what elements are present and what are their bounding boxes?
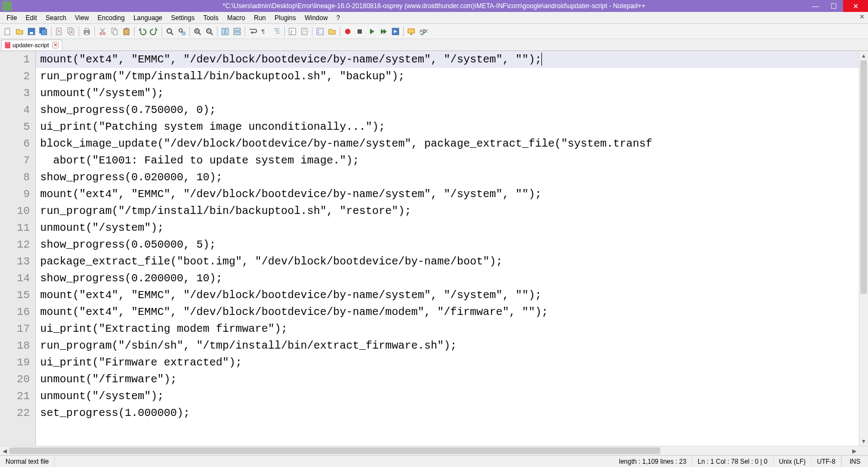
all-chars-icon[interactable]: ¶ — [259, 26, 270, 37]
code-line[interactable]: unmount("/system"); — [36, 388, 859, 405]
horizontal-scrollbar[interactable]: ◀ ▶ — [0, 446, 868, 455]
svg-rect-54 — [358, 29, 362, 34]
window-titlebar: *C:\Users\admin\Desktop\Error\lineage-16… — [0, 0, 868, 12]
menu-macro[interactable]: Macro — [223, 13, 250, 23]
scroll-down-icon[interactable]: ▼ — [859, 437, 868, 446]
menu-search[interactable]: Search — [41, 13, 71, 23]
status-position: Ln : 1 Col : 78 Sel : 0 | 0 — [692, 456, 774, 467]
sync-v-icon[interactable] — [220, 26, 231, 37]
code-line[interactable]: run_program("/sbin/sh", "/tmp/install/bi… — [36, 337, 859, 354]
menu-tools[interactable]: Tools — [199, 13, 223, 23]
line-number: 17 — [0, 320, 30, 337]
menu-language[interactable]: Language — [129, 13, 167, 23]
find-icon[interactable] — [164, 26, 175, 37]
scroll-right-icon[interactable]: ▶ — [850, 446, 859, 455]
open-file-icon[interactable] — [14, 26, 25, 37]
menu-plugins[interactable]: Plugins — [270, 13, 300, 23]
zoom-out-icon[interactable] — [204, 26, 215, 37]
close-window-button[interactable]: ✕ — [843, 0, 868, 12]
record-icon[interactable] — [342, 26, 353, 37]
code-line[interactable]: show_progress(0.200000, 10); — [36, 270, 859, 287]
paste-icon[interactable] — [121, 26, 132, 37]
menu-file[interactable]: File — [2, 13, 21, 23]
menu-view[interactable]: View — [71, 13, 93, 23]
save-all-icon[interactable] — [38, 26, 49, 37]
code-line[interactable]: abort("E1001: Failed to update system im… — [36, 152, 859, 169]
code-editor[interactable]: mount("ext4", "EMMC", "/dev/block/bootde… — [36, 51, 859, 446]
play-icon[interactable] — [366, 26, 377, 37]
replace-icon[interactable] — [176, 26, 187, 37]
stop-icon[interactable] — [354, 26, 365, 37]
print-icon[interactable] — [81, 26, 92, 37]
line-number: 11 — [0, 219, 30, 236]
line-number: 14 — [0, 270, 30, 287]
tab-close-icon[interactable]: ✕ — [52, 42, 59, 48]
vertical-scroll-thumb[interactable] — [860, 60, 867, 294]
line-number: 22 — [0, 405, 30, 421]
horizontal-scroll-track[interactable] — [9, 446, 850, 455]
code-line[interactable]: show_progress(0.050000, 5); — [36, 236, 859, 253]
cut-icon[interactable] — [97, 26, 108, 37]
menu-edit[interactable]: Edit — [21, 13, 41, 23]
scroll-left-icon[interactable]: ◀ — [0, 446, 9, 455]
file-tab-label: updater-script — [12, 42, 49, 48]
copy-icon[interactable] — [109, 26, 120, 37]
menu-window[interactable]: Window — [300, 13, 332, 23]
new-file-icon[interactable] — [2, 26, 13, 37]
status-eol: Unix (LF) — [774, 456, 812, 467]
code-line[interactable]: show_progress(0.020000, 10); — [36, 169, 859, 186]
code-line[interactable]: ui_print("Firmware extracted"); — [36, 354, 859, 371]
code-line[interactable]: unmount("/firmware"); — [36, 371, 859, 388]
minimize-button[interactable]: — — [806, 0, 825, 12]
monitor-icon[interactable] — [406, 26, 417, 37]
menu-settings[interactable]: Settings — [167, 13, 199, 23]
line-number: 15 — [0, 287, 30, 304]
menu-run[interactable]: Run — [250, 13, 270, 23]
code-line[interactable]: run_program("/tmp/install/bin/backuptool… — [36, 203, 859, 219]
sync-h-icon[interactable] — [232, 26, 242, 37]
code-line[interactable]: mount("ext4", "EMMC", "/dev/block/bootde… — [36, 186, 859, 203]
code-line[interactable]: ui_print("Patching system image uncondit… — [36, 118, 859, 135]
svg-line-25 — [171, 33, 173, 35]
code-line[interactable]: mount("ext4", "EMMC", "/dev/block/bootde… — [36, 304, 859, 320]
menu-bar: FileEditSearchViewEncodingLanguageSettin… — [0, 12, 868, 24]
menu-encoding[interactable]: Encoding — [93, 13, 129, 23]
vertical-scrollbar[interactable]: ▲ ▼ — [859, 51, 868, 446]
zoom-in-icon[interactable] — [192, 26, 203, 37]
code-line[interactable]: package_extract_file("boot.img", "/dev/b… — [36, 253, 859, 270]
scroll-up-icon[interactable]: ▲ — [859, 51, 868, 60]
code-line[interactable]: ui_print("Extracting modem firmware"); — [36, 320, 859, 337]
undo-icon[interactable] — [137, 26, 148, 37]
status-bar: Normal text file length : 1,109 lines : … — [0, 455, 868, 467]
indent-guide-icon[interactable] — [271, 26, 282, 37]
close-icon[interactable] — [54, 26, 65, 37]
horizontal-scroll-thumb[interactable] — [9, 447, 660, 454]
menu-[interactable]: ? — [332, 13, 344, 23]
spellcheck-icon[interactable]: ABC — [418, 26, 429, 37]
code-line[interactable]: mount("ext4", "EMMC", "/dev/block/bootde… — [36, 51, 859, 68]
tab-bar: updater-script ✕ — [0, 39, 868, 51]
code-line[interactable]: set_progress(1.000000); — [36, 405, 859, 421]
code-line[interactable]: mount("ext4", "EMMC", "/dev/block/bootde… — [36, 287, 859, 304]
close-all-icon[interactable] — [66, 26, 76, 37]
maximize-button[interactable]: ☐ — [825, 0, 843, 12]
code-line[interactable]: show_progress(0.750000, 0); — [36, 102, 859, 118]
code-line[interactable]: run_program("/tmp/install/bin/backuptool… — [36, 68, 859, 85]
play-multi-icon[interactable] — [378, 26, 389, 37]
folder-icon[interactable] — [327, 26, 337, 37]
menubar-close-icon[interactable]: ✕ — [859, 13, 865, 21]
file-tab-updater-script[interactable]: updater-script ✕ — [1, 40, 62, 51]
doc-map-icon[interactable] — [299, 26, 310, 37]
line-number: 3 — [0, 85, 30, 102]
code-line[interactable]: block_image_update("/dev/block/bootdevic… — [36, 135, 859, 152]
line-number: 7 — [0, 152, 30, 169]
toolbar-separator — [340, 27, 340, 36]
lang-icon[interactable]: ƒ — [287, 26, 298, 37]
save-icon[interactable] — [26, 26, 37, 37]
function-list-icon[interactable] — [315, 26, 326, 37]
save-macro-icon[interactable] — [390, 26, 401, 37]
code-line[interactable]: unmount("/system"); — [36, 85, 859, 102]
code-line[interactable]: unmount("/system"); — [36, 219, 859, 236]
wordwrap-icon[interactable] — [247, 26, 258, 37]
redo-icon[interactable] — [149, 26, 159, 37]
